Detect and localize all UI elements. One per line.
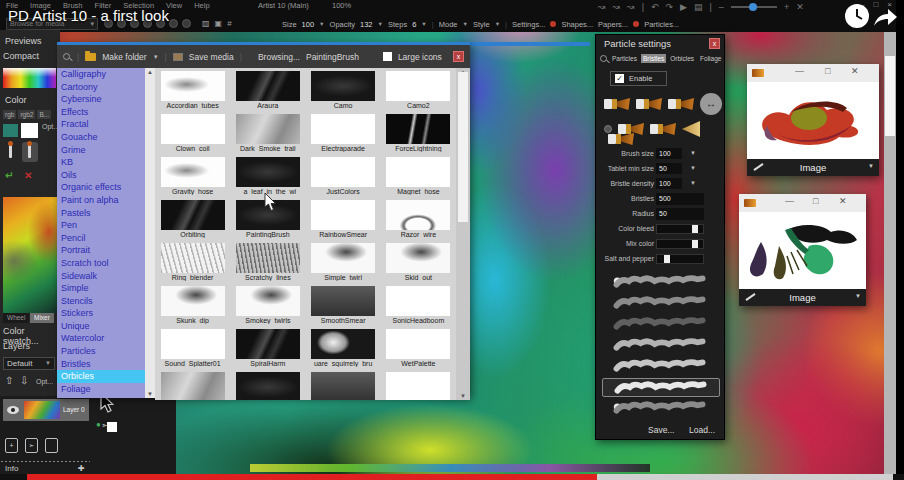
steps-value[interactable]: 6 — [412, 20, 416, 29]
secondary-color-swatch[interactable] — [3, 124, 18, 137]
layer-blend-dropdown[interactable]: Default▼ — [3, 357, 55, 370]
category-watercolor[interactable]: Watercolor — [57, 332, 145, 345]
compact-panel-label[interactable]: Compact — [3, 51, 39, 61]
zoom-out-icon[interactable]: – — [719, 2, 724, 12]
layers-icon[interactable]: ▤ — [694, 2, 703, 12]
brush-item-skid-out[interactable]: Skid_out — [381, 242, 456, 285]
save-button[interactable]: Save... — [648, 425, 674, 435]
video-title[interactable]: PD Artist 10 - a first look — [8, 7, 169, 24]
brush-thumbnail[interactable] — [311, 243, 375, 273]
brush-tool-icon[interactable] — [28, 145, 31, 158]
category-particles[interactable]: Particles — [57, 345, 145, 358]
category-oils[interactable]: Oils — [57, 169, 145, 182]
tab-rgb[interactable]: rgb — [3, 110, 16, 119]
brush-thumbnail[interactable] — [311, 200, 375, 230]
category-gouache[interactable]: Gouache — [57, 131, 145, 144]
chevron-down-icon[interactable]: ▼ — [690, 180, 696, 186]
brush-thumbnail[interactable] — [161, 286, 225, 316]
brush-thumbnail[interactable] — [236, 114, 300, 144]
brush-thumbnail[interactable] — [161, 71, 225, 101]
scrollbar-thumb[interactable] — [458, 72, 468, 222]
category-stencils[interactable]: Stencils — [57, 295, 145, 308]
brush-thumbnail[interactable] — [386, 243, 450, 273]
mode-dropdown[interactable]: Mode — [439, 20, 458, 29]
brush-thumbnail[interactable] — [236, 286, 300, 316]
brush-thumbnail[interactable] — [161, 329, 225, 359]
brush-thumbnail[interactable] — [386, 71, 450, 101]
category-calligraphy[interactable]: Calligraphy — [57, 68, 145, 81]
layer-row[interactable]: Layer 0 — [3, 399, 89, 421]
brush-item-partial[interactable] — [306, 371, 381, 400]
stroke-preset-2[interactable] — [602, 294, 720, 313]
brush-thumbnail[interactable] — [236, 372, 300, 400]
brush-thumbnail[interactable] — [311, 71, 375, 101]
brush-thumbnail[interactable] — [311, 329, 375, 359]
layer-options-label[interactable]: Opt... — [36, 378, 53, 385]
brush-thumbnail[interactable] — [386, 286, 450, 316]
tab-wheel[interactable]: Wheel — [3, 313, 29, 323]
category-paint-on-alpha[interactable]: Paint on alpha — [57, 194, 145, 207]
category-orbicles[interactable]: Orbicles — [57, 370, 145, 383]
large-icons-label[interactable]: Large icons — [398, 52, 442, 62]
image-window-label[interactable]: Image — [747, 162, 879, 173]
stroke-preset-4[interactable] — [602, 336, 720, 355]
copy-layer-icon[interactable]: ➣ — [25, 438, 38, 453]
brush-item-justcolors[interactable]: JustColors — [306, 156, 381, 199]
brush-thumbnail[interactable] — [386, 329, 450, 359]
brush-item-forcelightning[interactable]: ForceLightning — [381, 113, 456, 156]
curl-icon[interactable]: ↝ — [613, 2, 621, 12]
category-bristles[interactable]: Bristles — [57, 358, 145, 371]
info-expand-icon[interactable]: ✚ — [78, 464, 85, 473]
particle-tab-bristles[interactable]: Bristles — [641, 54, 666, 63]
color-mixer-pad[interactable] — [3, 197, 57, 313]
info-panel-label[interactable]: Info — [5, 464, 85, 473]
close-panel-button[interactable]: x — [709, 38, 720, 49]
pen-tool-icon[interactable] — [9, 145, 12, 158]
chevron-down-icon[interactable]: ▼ — [690, 165, 696, 171]
new-layer-icon[interactable] — [45, 438, 58, 453]
brush-preset[interactable] — [636, 94, 662, 114]
category-cybersine[interactable]: Cybersine — [57, 93, 145, 106]
layer-visibility-icon[interactable] — [7, 406, 19, 414]
fan-brush-preset[interactable] — [682, 121, 700, 137]
image-window-label[interactable]: Image — [739, 292, 866, 303]
slider-handle[interactable] — [692, 240, 698, 248]
setting-value[interactable]: 50 — [656, 208, 704, 220]
setting-slider[interactable] — [656, 239, 704, 249]
tab-rgb2[interactable]: rgb2 — [18, 110, 35, 119]
chevron-down-icon[interactable]: ▼ — [421, 21, 426, 27]
slider-handle[interactable] — [692, 225, 698, 233]
category-scrollbar[interactable]: ▲ ▼ — [145, 68, 155, 398]
layer-thumbnail[interactable] — [24, 401, 60, 419]
brush-item-clown-coil[interactable]: Clown_coil — [155, 113, 230, 156]
crosshair-icon[interactable]: # — [227, 19, 231, 28]
zoom-in-icon[interactable]: + — [784, 2, 789, 12]
close-browser-button[interactable]: x — [453, 51, 464, 62]
undo-icon[interactable]: ↶ — [651, 2, 659, 12]
brush-item-orbiting[interactable]: Orbiting — [155, 199, 230, 242]
tab-b[interactable]: B... — [37, 110, 51, 119]
primary-color-swatch[interactable] — [21, 123, 38, 138]
brush-preset[interactable] — [668, 94, 694, 114]
chevron-down-icon[interactable]: ▼ — [690, 150, 696, 156]
brush-preset[interactable] — [618, 119, 644, 139]
brush-thumbnail[interactable] — [311, 114, 375, 144]
papers-button[interactable]: Papers... — [598, 20, 628, 29]
brush-thumbnail[interactable] — [161, 200, 225, 230]
curl-icon[interactable]: ↝ — [627, 2, 635, 12]
brush-item-smoothsmear[interactable]: SmoothSmear — [306, 285, 381, 328]
clear-icon[interactable]: ✕ — [796, 2, 804, 12]
brush-thumbnail[interactable] — [311, 157, 375, 187]
particles-button[interactable]: Particles... — [644, 20, 679, 29]
brush-item-gravity-hose[interactable]: Gravity_hose — [155, 156, 230, 199]
brush-item-skunk-dip[interactable]: Skunk_dip — [155, 285, 230, 328]
tool-icon[interactable] — [182, 19, 191, 28]
brush-item-araura[interactable]: Araura — [230, 70, 305, 113]
image-canvas[interactable] — [747, 82, 879, 159]
category-pen[interactable]: Pen — [57, 219, 145, 232]
chevron-down-icon[interactable]: ▼ — [378, 21, 383, 27]
draw-mode-icons[interactable]: ▨▣# — [202, 19, 232, 28]
stroke-preset-5[interactable] — [602, 357, 720, 376]
stroke-preset-3[interactable] — [602, 315, 720, 334]
brush-thumbnail[interactable] — [311, 286, 375, 316]
